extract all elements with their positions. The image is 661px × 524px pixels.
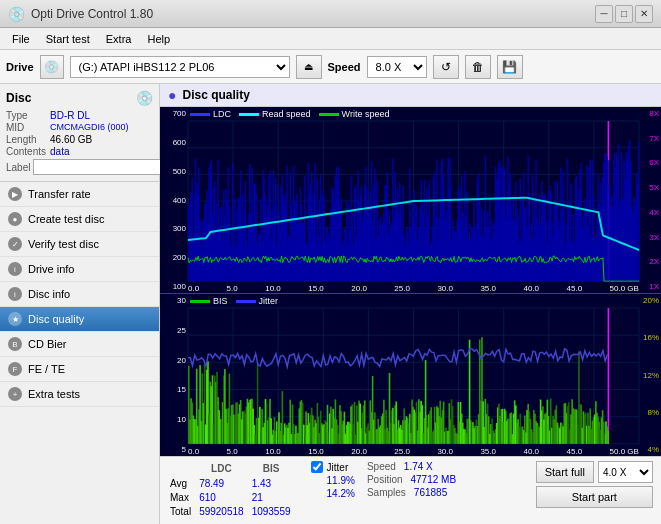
type-label: Type xyxy=(6,110,46,121)
nav-items: ▶ Transfer rate ● Create test disc ✓ Ver… xyxy=(0,182,159,524)
disc-info-icon: i xyxy=(8,287,22,301)
samples-key: Samples xyxy=(367,487,406,498)
max-bis: 21 xyxy=(252,492,297,504)
max-label: Max xyxy=(170,492,197,504)
label-row: Label ✏ xyxy=(6,159,153,175)
speed-key: Speed xyxy=(367,461,396,472)
jitter-max: 14.2% xyxy=(311,488,355,499)
charts-area: 700 600 500 400 300 200 100 8X 7X 6X 5X … xyxy=(160,107,661,456)
titlebar-left: 💿 Opti Drive Control 1.80 xyxy=(8,6,153,22)
fe-te-icon: F xyxy=(8,362,22,376)
stats-table: LDC BIS Avg 78.49 1.43 Max 610 21 xyxy=(168,461,299,520)
drive-info-icon: i xyxy=(8,262,22,276)
chart2-x-axis: 0.0 5.0 10.0 15.0 20.0 25.0 30.0 35.0 40… xyxy=(188,447,639,456)
sidebar: Disc 💿 Type BD-R DL MID CMCMAGDI6 (000) … xyxy=(0,84,160,524)
sidebar-item-verify-test-disc[interactable]: ✓ Verify test disc xyxy=(0,232,159,257)
sidebar-item-fe-te[interactable]: F FE / TE xyxy=(0,357,159,382)
speed-combo-select[interactable]: 4.0 X xyxy=(598,461,653,483)
jitter-row: Jitter xyxy=(311,461,355,473)
create-test-disc-icon: ● xyxy=(8,212,22,226)
speed-val: 1.74 X xyxy=(404,461,433,472)
chart2-container: 30 25 20 15 10 5 20% 16% 12% 8% 4% xyxy=(160,294,661,456)
save-button[interactable]: 💾 xyxy=(497,55,523,79)
avg-bis: 1.43 xyxy=(252,478,297,490)
stats-row-total: Total 59920518 1093559 xyxy=(170,506,297,518)
sidebar-item-disc-info[interactable]: i Disc info xyxy=(0,282,159,307)
mid-label: MID xyxy=(6,122,46,133)
speed-row: Speed 1.74 X xyxy=(367,461,456,472)
samples-row: Samples 761885 xyxy=(367,487,456,498)
chart2-canvas xyxy=(160,294,661,455)
clear-icon: 🗑 xyxy=(472,60,484,74)
sidebar-item-transfer-rate[interactable]: ▶ Transfer rate xyxy=(0,182,159,207)
jitter-checkbox[interactable] xyxy=(311,461,323,473)
nav-label-disc-quality: Disc quality xyxy=(28,313,84,325)
length-label: Length xyxy=(6,134,46,145)
avg-ldc: 78.49 xyxy=(199,478,250,490)
nav-label-fe-te: FE / TE xyxy=(28,363,65,375)
nav-label-disc-info: Disc info xyxy=(28,288,70,300)
chart1-canvas xyxy=(160,107,661,293)
app-icon: 💿 xyxy=(8,6,25,22)
speed-label: Speed xyxy=(328,61,361,73)
disc-header: Disc 💿 xyxy=(6,90,153,106)
refresh-icon: ↺ xyxy=(441,60,451,74)
legend-bis: BIS xyxy=(190,296,228,306)
total-label: Total xyxy=(170,506,197,518)
clear-button[interactable]: 🗑 xyxy=(465,55,491,79)
titlebar-title: Opti Drive Control 1.80 xyxy=(31,7,153,21)
disc-panel: Disc 💿 Type BD-R DL MID CMCMAGDI6 (000) … xyxy=(0,84,159,182)
drive-icon-btn[interactable]: 💿 xyxy=(40,55,64,79)
sidebar-item-drive-info[interactable]: i Drive info xyxy=(0,257,159,282)
menu-help[interactable]: Help xyxy=(139,31,178,47)
cd-bier-icon: B xyxy=(8,337,22,351)
legend-write-speed: Write speed xyxy=(319,109,390,119)
avg-label: Avg xyxy=(170,478,197,490)
toolbar: Drive 💿 (G:) ATAPI iHBS112 2 PL06 ⏏ Spee… xyxy=(0,50,661,84)
jitter-section: Jitter 11.9% 14.2% xyxy=(311,461,355,499)
length-value: 46.60 GB xyxy=(50,134,153,145)
speed-select[interactable]: 8.0 X xyxy=(367,56,427,78)
samples-val: 761885 xyxy=(414,487,447,498)
maximize-button[interactable]: □ xyxy=(615,5,633,23)
chart1-x-axis: 0.0 5.0 10.0 15.0 20.0 25.0 30.0 35.0 40… xyxy=(188,284,639,293)
disc-header-icon: 💿 xyxy=(136,90,153,106)
nav-label-drive-info: Drive info xyxy=(28,263,74,275)
contents-value: data xyxy=(50,146,153,157)
eject-button[interactable]: ⏏ xyxy=(296,55,322,79)
menu-file[interactable]: File xyxy=(4,31,38,47)
refresh-button[interactable]: ↺ xyxy=(433,55,459,79)
eject-icon: ⏏ xyxy=(304,61,313,72)
nav-label-extra-tests: Extra tests xyxy=(28,388,80,400)
jitter-avg: 11.9% xyxy=(311,475,355,486)
drive-select[interactable]: (G:) ATAPI iHBS112 2 PL06 xyxy=(70,56,290,78)
type-value: BD-R DL xyxy=(50,110,153,121)
start-full-button[interactable]: Start full xyxy=(536,461,594,483)
legend-jitter: Jitter xyxy=(236,296,279,306)
minimize-button[interactable]: ─ xyxy=(595,5,613,23)
nav-label-create-test-disc: Create test disc xyxy=(28,213,104,225)
sidebar-item-cd-bier[interactable]: B CD Bier xyxy=(0,332,159,357)
save-icon: 💾 xyxy=(502,60,517,74)
menu-extra[interactable]: Extra xyxy=(98,31,140,47)
disc-info-grid: Type BD-R DL MID CMCMAGDI6 (000) Length … xyxy=(6,110,153,157)
sidebar-item-extra-tests[interactable]: + Extra tests xyxy=(0,382,159,407)
stats-panel: LDC BIS Avg 78.49 1.43 Max 610 21 xyxy=(160,456,661,524)
position-key: Position xyxy=(367,474,403,485)
label-input[interactable] xyxy=(33,159,162,175)
nav-label-cd-bier: CD Bier xyxy=(28,338,67,350)
mid-value: CMCMAGDI6 (000) xyxy=(50,122,153,133)
menu-start-test[interactable]: Start test xyxy=(38,31,98,47)
disc-title: Disc xyxy=(6,91,31,105)
nav-label-transfer-rate: Transfer rate xyxy=(28,188,91,200)
position-row: Position 47712 MB xyxy=(367,474,456,485)
close-button[interactable]: ✕ xyxy=(635,5,653,23)
verify-test-disc-icon: ✓ xyxy=(8,237,22,251)
sidebar-item-disc-quality[interactable]: ★ Disc quality xyxy=(0,307,159,332)
extra-tests-icon: + xyxy=(8,387,22,401)
label-label: Label xyxy=(6,162,30,173)
chart1-y-axis-left: 700 600 500 400 300 200 100 xyxy=(160,107,188,293)
contents-label: Contents xyxy=(6,146,46,157)
sidebar-item-create-test-disc[interactable]: ● Create test disc xyxy=(0,207,159,232)
start-part-button[interactable]: Start part xyxy=(536,486,653,508)
